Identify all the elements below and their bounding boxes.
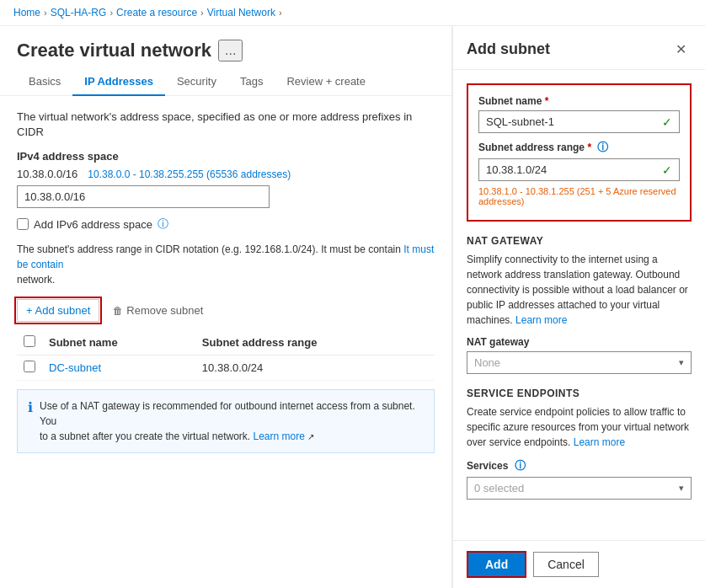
remove-subnet-button[interactable]: 🗑 Remove subnet [106,300,210,321]
section-description: The virtual network's address space, spe… [17,110,435,140]
panel-footer: Add Cancel [453,540,705,588]
ipv6-label-text: Add IPv6 address space [34,218,152,231]
subnet-address-range-label: Subnet address range * ⓘ [478,140,680,155]
panel-title: Add subnet [467,40,550,58]
services-field-label: Services ⓘ [467,458,692,473]
subnet-name-check-icon: ✓ [655,115,679,129]
tab-ip-addresses[interactable]: IP Addresses [72,68,165,96]
info-box-icon: ℹ [28,399,33,415]
nat-gateway-placeholder: None [474,356,500,369]
ipv6-checkbox-label[interactable]: Add IPv6 address space [17,218,152,231]
tab-tags[interactable]: Tags [228,68,275,96]
ipv4-input[interactable] [17,185,270,208]
services-info-icon[interactable]: ⓘ [515,459,526,472]
service-endpoints-section-header: SERVICE ENDPOINTS [467,388,692,399]
ellipsis-button[interactable]: ... [218,40,243,61]
services-placeholder: 0 selected [474,482,524,494]
left-panel: Create virtual network ... Basics IP Add… [0,26,452,588]
tab-basics[interactable]: Basics [17,68,72,96]
nat-gateway-learn-more[interactable]: Learn more [515,314,567,326]
table-row: DC-subnet 10.38.0.0/24 [17,355,435,381]
add-button[interactable]: Add [467,551,526,578]
highlight-box: Subnet name * ✓ Subnet address range * ⓘ… [467,83,692,222]
breadcrumb-home[interactable]: Home [13,7,40,19]
panel-header: Add subnet ✕ [453,26,705,70]
panel-body: Subnet name * ✓ Subnet address range * ⓘ… [453,70,705,540]
services-chevron-icon: ▾ [679,483,684,494]
page-title: Create virtual network [17,40,211,61]
services-dropdown[interactable]: 0 selected ▾ [467,477,692,500]
remove-icon: 🗑 [113,305,123,317]
tab-review-create[interactable]: Review + create [275,68,377,96]
breadcrumb-sep-2: › [109,8,113,18]
ipv6-info-icon[interactable]: ⓘ [158,216,168,232]
nat-gateway-section-header: NAT GATEWAY [467,235,692,247]
subnet-name-header: Subnet name [42,330,195,355]
subnet-name-input-wrapper: ✓ [478,110,680,133]
subnet-name-label: Subnet name * [478,95,680,107]
close-button[interactable]: ✕ [670,40,692,59]
tab-security[interactable]: Security [165,68,228,96]
subnet-name-link[interactable]: DC-subnet [49,361,101,374]
breadcrumb-sql-ha-rg[interactable]: SQL-HA-RG [51,7,107,19]
service-endpoints-description: Create service endpoint policies to allo… [467,404,692,450]
subnet-range-header: Subnet address range [195,330,435,355]
service-endpoints-learn-more[interactable]: Learn more [574,436,625,448]
address-note: 10.38.1.0 - 10.38.1.255 (251 + 5 Azure r… [478,186,680,206]
subnet-range-info-icon[interactable]: ⓘ [597,141,608,153]
breadcrumb-sep-1: › [44,8,47,18]
subnet-name-input[interactable] [479,111,655,132]
subnet-range-check-icon: ✓ [655,163,679,177]
breadcrumb-sep-3: › [200,8,204,18]
cancel-button[interactable]: Cancel [533,552,599,577]
tabs-row: Basics IP Addresses Security Tags Review… [0,68,451,96]
add-subnet-button[interactable]: + Add subnet [17,299,99,322]
ipv4-range: 10.38.0.0 - 10.38.255.255 (65536 address… [88,168,291,180]
nat-gateway-field-label: NAT gateway [467,336,692,348]
chevron-down-icon: ▾ [679,357,684,368]
nat-gateway-description: Simplify connectivity to the internet us… [467,252,692,328]
subnet-actions: + Add subnet 🗑 Remove subnet [17,299,435,322]
subnet-range-value: 10.38.0.0/24 [195,355,435,381]
subnet-table: Subnet name Subnet address range DC-subn… [17,330,435,381]
remove-subnet-label: Remove subnet [126,304,203,317]
ipv6-checkbox[interactable] [17,218,29,230]
ipv4-label: IPv4 address space [17,150,435,163]
content-area: The virtual network's address space, spe… [0,96,451,467]
nat-gateway-dropdown[interactable]: None ▾ [467,351,692,374]
info-box-learn-more[interactable]: Learn more [253,430,304,442]
info-box: ℹ Use of a NAT gateway is recommended fo… [17,389,435,453]
row-checkbox[interactable] [24,361,35,372]
breadcrumb: Home › SQL-HA-RG › Create a resource › V… [0,0,705,26]
subnet-table-checkbox-col [17,330,42,355]
external-link-icon: ↗ [307,432,314,441]
breadcrumb-create-resource[interactable]: Create a resource [116,7,197,19]
subnet-name-required: * [545,95,549,107]
breadcrumb-virtual-network[interactable]: Virtual Network [207,7,275,19]
select-all-checkbox[interactable] [24,335,35,347]
subnet-range-input[interactable] [479,159,655,180]
subnet-range-input-wrapper: ✓ [478,158,680,181]
breadcrumb-sep-4: › [279,8,282,18]
info-box-text: Use of a NAT gateway is recommended for … [40,398,424,444]
cidr-note: The subnet's address range in CIDR notat… [17,242,435,287]
add-subnet-panel: Add subnet ✕ Subnet name * ✓ Subnet addr… [452,26,705,588]
subnet-range-required: * [587,142,591,153]
ipv4-value: 10.38.0.0/16 [17,168,77,180]
